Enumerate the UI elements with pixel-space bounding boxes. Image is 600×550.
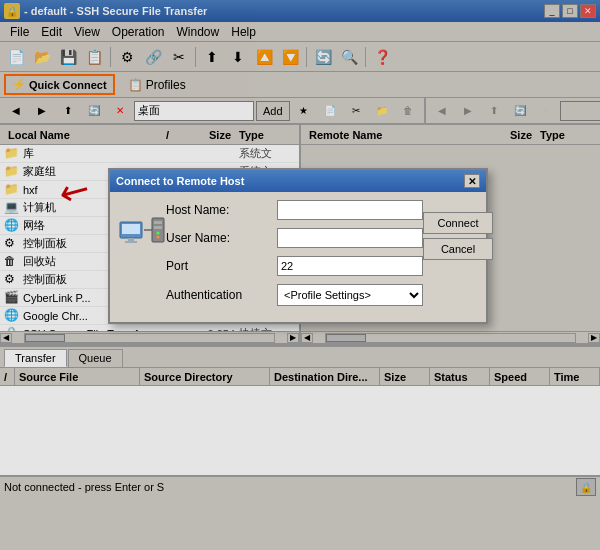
cancel-button[interactable]: Cancel bbox=[423, 238, 493, 260]
dialog-close-button[interactable]: ✕ bbox=[464, 174, 480, 188]
port-input[interactable] bbox=[277, 256, 423, 276]
auth-row: Authentication <Profile Settings> bbox=[166, 284, 423, 306]
dialog-actions: Connect Cancel bbox=[423, 200, 501, 314]
auth-select[interactable]: <Profile Settings> bbox=[277, 284, 423, 306]
svg-rect-7 bbox=[154, 226, 162, 229]
connect-dialog: Connect to Remote Host ✕ bbox=[108, 168, 488, 324]
dialog-form: Host Name: User Name: Port Authenticatio… bbox=[166, 200, 423, 314]
port-row: Port bbox=[166, 256, 423, 276]
host-name-label: Host Name: bbox=[166, 203, 271, 217]
dialog-overlay: Connect to Remote Host ✕ bbox=[0, 0, 600, 550]
dialog-content: Host Name: User Name: Port Authenticatio… bbox=[110, 192, 486, 322]
connect-button[interactable]: Connect bbox=[423, 212, 493, 234]
svg-rect-3 bbox=[125, 241, 137, 243]
user-name-row: User Name: bbox=[166, 228, 423, 248]
host-name-row: Host Name: bbox=[166, 200, 423, 220]
dialog-icon-area bbox=[118, 200, 166, 314]
auth-label: Authentication bbox=[166, 288, 271, 302]
host-name-input[interactable] bbox=[277, 200, 423, 220]
user-name-input[interactable] bbox=[277, 228, 423, 248]
dialog-title-text: Connect to Remote Host bbox=[116, 175, 244, 187]
computer-network-icon bbox=[118, 204, 166, 252]
svg-rect-6 bbox=[154, 221, 162, 224]
dialog-title-bar: Connect to Remote Host ✕ bbox=[110, 170, 486, 192]
svg-point-8 bbox=[157, 232, 160, 235]
svg-rect-1 bbox=[122, 224, 140, 234]
svg-point-9 bbox=[157, 236, 160, 239]
user-name-label: User Name: bbox=[166, 231, 271, 245]
svg-rect-2 bbox=[128, 238, 134, 241]
port-label: Port bbox=[166, 259, 271, 273]
